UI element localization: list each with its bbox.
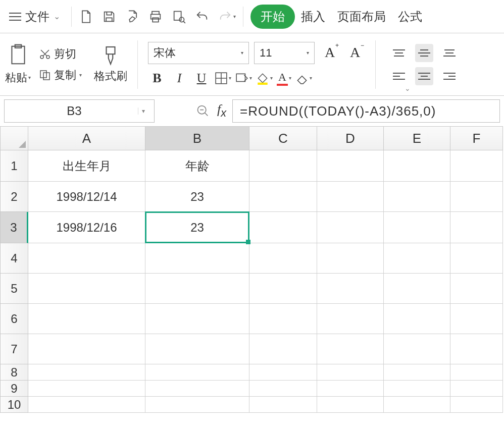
align-top-button[interactable] [390, 44, 408, 62]
cell-A5[interactable] [28, 274, 145, 304]
cell-B7[interactable] [145, 334, 249, 364]
tab-start[interactable]: 开始 [250, 5, 295, 29]
cell-D7[interactable] [317, 334, 384, 364]
bold-button[interactable]: B [148, 69, 166, 87]
cell-B2[interactable]: 23 [145, 182, 249, 212]
undo-icon[interactable] [195, 10, 209, 24]
align-middle-button[interactable] [415, 44, 433, 62]
cell-A8[interactable] [28, 364, 145, 381]
select-all-corner[interactable] [0, 126, 28, 150]
cell-E7[interactable] [384, 334, 450, 364]
cell-C7[interactable] [249, 334, 317, 364]
row-header-6[interactable]: 6 [0, 304, 28, 334]
dropdown-icon[interactable]: ▾ [28, 75, 31, 80]
align-right-button[interactable] [440, 67, 459, 85]
cell-A1[interactable]: 出生年月 [28, 150, 145, 182]
cell-E10[interactable] [384, 397, 450, 413]
cell-C3[interactable] [249, 212, 317, 243]
cell-D9[interactable] [317, 381, 384, 397]
name-box[interactable]: B3 ▾ [4, 99, 155, 123]
fx-button[interactable]: fx [217, 102, 226, 120]
cell-A2[interactable]: 1998/12/14 [28, 182, 145, 212]
file-menu-button[interactable]: 文件 ⌄ [5, 7, 64, 27]
align-left-button[interactable] [390, 67, 408, 85]
cell-A7[interactable] [28, 334, 145, 364]
tab-layout[interactable]: 页面布局 [331, 2, 392, 32]
format-painter-button[interactable]: 格式刷 [94, 45, 127, 84]
cell-C4[interactable] [249, 243, 317, 274]
cell-A3[interactable]: 1998/12/16 [28, 212, 145, 243]
cell-D6[interactable] [317, 304, 384, 334]
row-header-10[interactable]: 10 [0, 397, 28, 413]
print-icon[interactable] [148, 10, 163, 24]
cell-C10[interactable] [249, 397, 317, 413]
cut-button[interactable]: 剪切 [39, 46, 82, 62]
cell-B3[interactable]: 23 [145, 212, 249, 243]
tab-formula[interactable]: 公式 [392, 2, 428, 32]
cell-E3[interactable] [384, 212, 450, 243]
cell-E5[interactable] [384, 274, 450, 304]
cell-D10[interactable] [317, 397, 384, 413]
cell-B9[interactable] [145, 381, 249, 397]
cell-E8[interactable] [384, 364, 450, 381]
cell-B5[interactable] [145, 274, 249, 304]
decrease-font-button[interactable]: A− [345, 42, 365, 63]
row-header-9[interactable]: 9 [0, 381, 28, 397]
redo-button[interactable]: ▾ [218, 10, 236, 24]
row-header-4[interactable]: 4 [0, 243, 28, 274]
paste-button[interactable]: 粘贴▾ [5, 44, 31, 85]
align-bottom-button[interactable] [440, 44, 459, 62]
cell-F1[interactable] [450, 150, 503, 182]
increase-font-button[interactable]: A+ [320, 42, 340, 63]
col-header-B[interactable]: B [145, 126, 249, 150]
cell-C6[interactable] [249, 304, 317, 334]
cell-F8[interactable] [450, 364, 503, 381]
cell-B8[interactable] [145, 364, 249, 381]
formula-input[interactable]: =ROUND((TODAY()-A3)/365,0) [232, 99, 500, 123]
cell-C9[interactable] [249, 381, 317, 397]
cell-F3[interactable] [450, 212, 503, 243]
row-header-2[interactable]: 2 [0, 182, 28, 212]
cell-A4[interactable] [28, 243, 145, 274]
eraser-button[interactable]: ▾ [295, 72, 312, 85]
underline-button[interactable]: U [192, 69, 211, 87]
zoom-out-icon[interactable] [196, 104, 210, 118]
cell-D5[interactable] [317, 274, 384, 304]
cell-A9[interactable] [28, 381, 145, 397]
col-header-A[interactable]: A [28, 126, 145, 150]
cell-D4[interactable] [317, 243, 384, 274]
col-header-C[interactable]: C [249, 126, 317, 150]
row-header-5[interactable]: 5 [0, 274, 28, 304]
cell-E6[interactable] [384, 304, 450, 334]
row-header-3[interactable]: 3 [0, 212, 28, 243]
font-name-select[interactable]: 宋体 ▾ [148, 42, 249, 64]
cell-style-button[interactable]: ▾ [235, 72, 252, 85]
cell-F5[interactable] [450, 274, 503, 304]
cell-E4[interactable] [384, 243, 450, 274]
cell-D3[interactable] [317, 212, 384, 243]
copy-button[interactable]: 复制▾ [39, 68, 82, 83]
tab-insert[interactable]: 插入 [295, 2, 331, 32]
cell-F10[interactable] [450, 397, 503, 413]
font-color-button[interactable]: A ▾ [277, 71, 291, 86]
cell-A10[interactable] [28, 397, 145, 413]
cell-E9[interactable] [384, 381, 450, 397]
cell-D1[interactable] [317, 150, 384, 182]
cell-A6[interactable] [28, 304, 145, 334]
cell-B10[interactable] [145, 397, 249, 413]
row-header-8[interactable]: 8 [0, 364, 28, 381]
cell-B6[interactable] [145, 304, 249, 334]
dropdown-icon[interactable]: ▾ [138, 107, 148, 115]
col-header-F[interactable]: F [450, 126, 503, 150]
cell-C2[interactable] [249, 182, 317, 212]
row-header-1[interactable]: 1 [0, 150, 28, 182]
cell-F7[interactable] [450, 334, 503, 364]
col-header-E[interactable]: E [384, 126, 450, 150]
cell-E1[interactable] [384, 150, 450, 182]
cell-C5[interactable] [249, 274, 317, 304]
cell-B1[interactable]: 年龄 [145, 150, 249, 182]
print-preview-icon[interactable] [172, 10, 186, 24]
cell-B4[interactable] [145, 243, 249, 274]
borders-button[interactable]: ▾ [215, 72, 231, 85]
col-header-D[interactable]: D [317, 126, 384, 150]
